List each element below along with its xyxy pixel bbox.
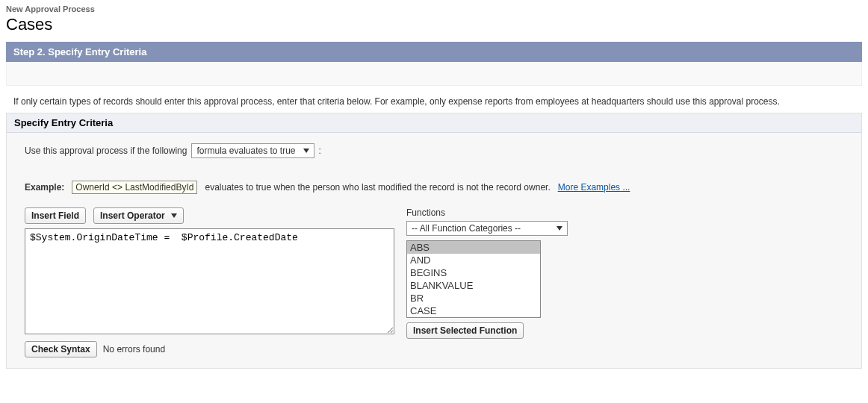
example-code: OwnerId <> LastModifiedById [72,181,197,194]
page-title: Cases [6,15,862,34]
more-examples-link[interactable]: More Examples ... [558,182,630,193]
entry-criteria-panel: Specify Entry Criteria Use this approval… [6,113,862,369]
instructions-text: If only certain types of records should … [6,86,862,113]
condition-select-value: formula evaluates to true [196,146,295,156]
insert-selected-function-button[interactable]: Insert Selected Function [406,322,524,339]
breadcrumb: New Approval Process [6,4,862,13]
example-desc: evaluates to true when the person who la… [205,182,550,193]
panel-title: Specify Entry Criteria [7,113,861,133]
function-category-value: -- All Function Categories -- [412,223,521,234]
function-item[interactable]: BLANKVALUE [407,279,540,292]
check-syntax-button[interactable]: Check Syntax [25,341,97,357]
syntax-status: No errors found [103,344,165,354]
chevron-down-icon [303,149,309,153]
chevron-down-icon [171,213,177,218]
step-subbar [6,62,862,86]
condition-suffix: : [319,146,321,156]
condition-prefix: Use this approval process if the followi… [25,146,187,156]
function-listbox[interactable]: ABS AND BEGINS BLANKVALUE BR CASE [406,240,541,318]
function-item[interactable]: ABS [407,241,540,254]
condition-line: Use this approval process if the followi… [25,143,843,158]
function-item[interactable]: CASE [407,304,540,317]
chevron-down-icon [557,226,562,231]
insert-operator-button[interactable]: Insert Operator [93,207,184,224]
example-line: Example: OwnerId <> LastModifiedById eva… [25,181,843,194]
example-label: Example: [25,182,64,193]
condition-select[interactable]: formula evaluates to true [191,143,314,158]
formula-textarea[interactable] [25,228,394,334]
step-heading: Step 2. Specify Entry Criteria [6,42,862,62]
functions-label: Functions [406,207,568,218]
function-item[interactable]: BEGINS [407,266,540,279]
insert-operator-label: Insert Operator [100,210,165,221]
insert-field-button[interactable]: Insert Field [25,207,86,224]
function-item[interactable]: AND [407,254,540,266]
function-item[interactable]: BR [407,292,540,304]
function-category-select[interactable]: -- All Function Categories -- [406,221,568,236]
